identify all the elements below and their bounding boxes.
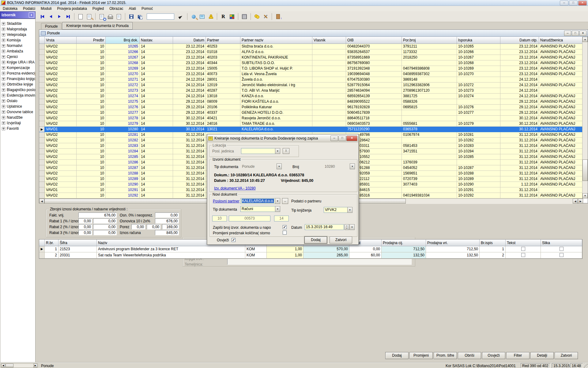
cell[interactable]: 2 <box>480 252 506 259</box>
cell[interactable]: 0695815 <box>402 105 457 110</box>
promijeni-predznak-checkbox[interactable] <box>283 231 287 235</box>
cell[interactable]: 1,00 <box>267 252 303 259</box>
cell[interactable]: VAVO2 <box>45 60 77 66</box>
report-page-icon[interactable] <box>115 13 123 20</box>
cell[interactable]: 10276 <box>106 105 140 110</box>
cell[interactable]: 14 <box>140 55 173 60</box>
cell[interactable]: 60,00 <box>349 252 382 259</box>
footer-button-obri-i[interactable]: Obriši <box>458 352 481 359</box>
dialog-close-button[interactable]: ✕ <box>346 136 357 141</box>
cell[interactable]: 13021 <box>206 127 240 132</box>
cell[interactable]: 1376039 <box>402 160 457 165</box>
cell[interactable]: 10 <box>77 105 106 110</box>
cell[interactable]: VAVO2 <box>45 138 77 143</box>
expand-plus-icon[interactable] <box>2 110 5 114</box>
cell[interactable]: 1012963382806 <box>402 82 457 88</box>
cell[interactable]: T.O. ABI VI. Ana Marijić <box>240 88 312 94</box>
cell[interactable]: 31.12.2014 <box>500 160 539 165</box>
cell[interactable]: 31.12.2014 <box>500 165 539 171</box>
cell[interactable]: 31.12.2014 <box>173 132 206 138</box>
tools-icon[interactable] <box>262 13 269 20</box>
exit-icon[interactable] <box>274 13 282 20</box>
zatvori-button[interactable]: Zatvori <box>330 236 352 243</box>
sidebar-item-veleprodaja[interactable]: Veleprodaja <box>0 32 35 37</box>
cell[interactable]: 10-10281 <box>457 132 500 138</box>
cell[interactable]: 14 <box>140 44 173 49</box>
cell[interactable]: 0588326 <box>402 99 457 105</box>
cell[interactable] <box>312 88 346 94</box>
cell[interactable]: 10-10266 <box>457 49 500 55</box>
cell[interactable] <box>312 94 346 99</box>
cell[interactable]: Jerončić Matko elektroinstal. i trg <box>240 82 312 88</box>
cell[interactable]: 10266 <box>106 49 140 55</box>
find-document-icon[interactable] <box>98 13 105 20</box>
cell[interactable]: 10 <box>77 82 106 88</box>
cell[interactable]: SUBTILITAS D.O.O. <box>240 60 312 66</box>
expand-plus-icon[interactable] <box>2 121 5 125</box>
cell[interactable]: AVANSNO PLAĆANJ <box>539 99 583 105</box>
nav-last-icon[interactable] <box>64 13 72 20</box>
expand-plus-icon[interactable] <box>2 77 5 81</box>
items-header-col[interactable] <box>39 240 45 246</box>
grid-row[interactable]: VAVO110102741424.12.201413018KANZA d.o.o… <box>39 94 583 99</box>
cell[interactable]: 20331 <box>58 252 97 259</box>
cell[interactable]: 24.12.2014 <box>500 82 539 88</box>
sidebar-item-obrtni-ke-knjige[interactable]: Obrtničke knjige <box>0 82 35 87</box>
cell[interactable]: 31.12.2014 <box>500 187 539 193</box>
cell[interactable]: 00482044370 <box>346 44 402 49</box>
cell[interactable]: 10-10282 <box>457 138 500 143</box>
cell[interactable]: 10 <box>77 154 106 160</box>
cell[interactable] <box>541 252 582 259</box>
cell[interactable]: 31.12.2014 <box>500 132 539 138</box>
cell[interactable]: 14 <box>140 138 173 143</box>
grid-row[interactable]: VAVO210102671423.12.201440203KONTINENTAL… <box>39 55 583 60</box>
export-globe-icon[interactable]: ✎ <box>190 13 197 20</box>
cell[interactable]: 24.12.2014 <box>173 82 206 88</box>
cell[interactable]: 10265 <box>106 44 140 49</box>
cell[interactable]: 3077403 <box>402 182 457 187</box>
expand-plus-icon[interactable] <box>2 72 5 75</box>
sidebar-item-financijsko-knjigov[interactable]: Financijsko knjigov <box>0 76 35 82</box>
cell[interactable]: VAVO2 <box>45 99 77 105</box>
cell[interactable]: Poliklinika Katunar <box>240 105 312 110</box>
cell[interactable]: AVANSNO PLAĆANJ <box>539 55 583 60</box>
cell[interactable]: 23.12.2014 <box>173 71 206 77</box>
cell[interactable] <box>312 44 346 49</box>
cell[interactable]: VAVO1 <box>45 187 77 193</box>
cell[interactable]: 0407949386808 <box>402 66 457 71</box>
cell[interactable]: AVANSNO PLAĆANJ <box>539 154 583 160</box>
grid-row[interactable]: VAVO210102721424.12.201412019Jerončić Ma… <box>39 82 583 88</box>
cell[interactable]: 23.12.2014 <box>173 49 206 55</box>
cell[interactable]: 10-10276 <box>457 105 500 110</box>
organization-icon[interactable] <box>241 13 248 20</box>
cell[interactable]: 31.12.2014 <box>173 176 206 182</box>
cell[interactable]: 10 <box>77 171 106 176</box>
cell[interactable] <box>402 138 457 143</box>
cell[interactable]: 24.12.2014 <box>500 88 539 94</box>
cell[interactable]: 31.12.2014 <box>500 149 539 154</box>
cell[interactable]: 1,00 <box>267 246 303 252</box>
cell[interactable]: AVANSNO PLAĆANJ <box>539 82 583 88</box>
cell[interactable]: Lida vl. Vesna Žuvela <box>240 71 312 77</box>
cell[interactable]: 10 <box>77 149 106 154</box>
posl-jedinica-input[interactable] <box>241 148 275 154</box>
cell[interactable]: 10-10267 <box>457 55 500 60</box>
cell[interactable]: 23.12.2014 <box>173 55 206 60</box>
expand-plus-icon[interactable] <box>2 44 5 48</box>
cell[interactable] <box>402 116 457 121</box>
cell[interactable]: 40253 <box>206 44 240 49</box>
cell[interactable]: KOM <box>245 246 267 252</box>
footer-button-zatvori[interactable]: Zatvori <box>555 352 578 359</box>
cell[interactable]: 23.12.2014 <box>500 71 539 77</box>
cell[interactable]: 14 <box>140 182 173 187</box>
expand-plus-icon[interactable] <box>2 127 5 130</box>
cell[interactable]: T.O. LIBORA SHOP vl. Huljić P. <box>240 66 312 71</box>
cell[interactable] <box>539 187 583 193</box>
cell[interactable]: 712,50 <box>382 246 426 252</box>
expand-plus-icon[interactable] <box>2 99 5 103</box>
column-header-oib[interactable]: OIB <box>346 37 402 44</box>
cell[interactable]: 10-10265 <box>457 44 500 49</box>
cell[interactable] <box>539 88 583 94</box>
cell[interactable]: 10-10268 <box>457 60 500 66</box>
cell[interactable]: 265,00 <box>303 252 349 259</box>
